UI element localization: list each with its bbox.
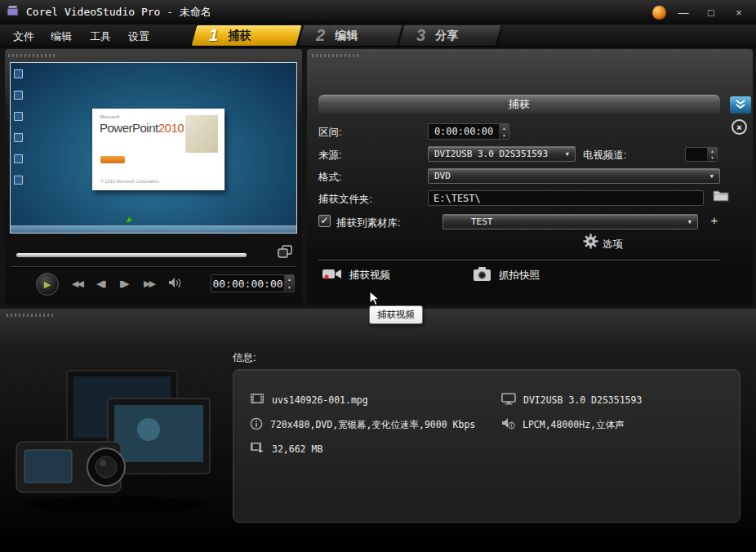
- snapshot-label: 抓拍快照: [499, 269, 540, 283]
- spin-down-icon[interactable]: ▼: [285, 283, 294, 292]
- video-camera-icon: [322, 266, 342, 284]
- tab-edit-label: 编辑: [335, 29, 358, 43]
- format-value: DVD: [434, 171, 451, 181]
- scrub-bar[interactable]: [16, 253, 247, 257]
- capture-to-library-checkbox[interactable]: ✓: [318, 215, 331, 227]
- minimize-button[interactable]: —: [673, 4, 694, 20]
- desktop-icon: [14, 69, 23, 78]
- powerpoint-brand-text: Microsoft: [100, 114, 119, 119]
- capture-to-library-label: 捕获到素材库:: [336, 216, 400, 230]
- info-file-size-row: 32,662 MB: [250, 442, 322, 456]
- duration-field[interactable]: 0:00:00:00 ▲ ▼: [428, 123, 509, 140]
- titlebar: Corel VideoStudio Pro - 未命名 — □ ×: [0, 0, 756, 24]
- app-window: Corel VideoStudio Pro - 未命名 — □ × 文件 编辑 …: [0, 0, 756, 552]
- tab-share-inner: 3 分享: [402, 25, 498, 46]
- add-library-folder-button[interactable]: +: [707, 212, 722, 227]
- preview-timecode-value: 00:00:00:00: [211, 275, 284, 292]
- source-dropdown[interactable]: DVI2USB 3.0 D2S351593 ▼: [428, 146, 576, 162]
- menu-item-file[interactable]: 文件: [13, 29, 34, 44]
- menu-item-settings[interactable]: 设置: [128, 29, 149, 44]
- info-panel: 信息: uvs140926-001.mpg: [0, 309, 756, 552]
- powerpoint-logo-bar: [100, 156, 125, 163]
- info-device: DVI2USB 3.0 D2S351593: [523, 394, 642, 406]
- monitor-icon: [501, 393, 516, 407]
- spin-down-icon[interactable]: ▼: [708, 154, 717, 161]
- close-capture-option-button[interactable]: ×: [732, 119, 747, 135]
- tv-channel-label: 电视频道:: [583, 149, 626, 162]
- volume-icon[interactable]: [168, 277, 182, 292]
- info-title: 信息:: [233, 351, 256, 365]
- preview-panel-drag-handle[interactable]: [8, 54, 56, 57]
- capture-panel-drag-handle[interactable]: [312, 54, 359, 57]
- tab-edit-number: 2: [316, 26, 325, 45]
- photo-camera-icon: [473, 266, 491, 284]
- double-chevron-down-icon: [735, 98, 746, 113]
- desktop-icon: [14, 176, 23, 185]
- play-button[interactable]: ▶: [36, 273, 59, 296]
- powerpoint-copyright-text: © 2010 Microsoft Corporation.: [100, 179, 160, 184]
- capture-folder-input[interactable]: E:\TEST\: [428, 190, 704, 206]
- library-value: TEST: [471, 216, 493, 227]
- desktop-icon: [14, 133, 23, 142]
- capture-panel: 捕获 × 区间: 0:00:00:00 ▲ ▼ 来源: DVI2USB 3.0 …: [307, 49, 753, 305]
- tab-edit-inner: 2 编辑: [301, 25, 399, 46]
- window-title: Corel VideoStudio Pro - 未命名: [26, 5, 211, 20]
- preview-timecode-stepper[interactable]: ▲ ▼: [284, 275, 294, 292]
- tab-share[interactable]: 3 分享: [399, 25, 501, 46]
- collapse-panel-button[interactable]: [730, 96, 751, 114]
- options-label[interactable]: 选项: [603, 238, 623, 252]
- tv-channel-field[interactable]: ▲ ▼: [685, 147, 718, 162]
- info-filename-row: uvs140926-001.mpg: [250, 393, 368, 407]
- spin-down-icon[interactable]: ▼: [500, 131, 509, 139]
- file-size-icon: [250, 442, 265, 456]
- captured-taskbar: [11, 225, 296, 233]
- menu-item-tools[interactable]: 工具: [90, 29, 111, 44]
- maximize-button[interactable]: □: [700, 4, 722, 20]
- fast-forward-button[interactable]: ▶▶: [144, 278, 154, 289]
- spin-up-icon[interactable]: ▲: [500, 124, 509, 131]
- info-device-row: DVI2USB 3.0 D2S351593: [501, 393, 642, 407]
- capture-video-button[interactable]: 捕获视频: [322, 266, 390, 284]
- previous-frame-button[interactable]: ◀▮: [96, 278, 105, 289]
- format-dropdown[interactable]: DVD ▼: [428, 168, 720, 184]
- library-dropdown[interactable]: TEST ▼: [442, 214, 698, 229]
- capture-folder-value: E:\TEST\: [429, 191, 703, 205]
- info-audio-format-row: LPCM,48000Hz,立体声: [501, 417, 625, 432]
- next-frame-button[interactable]: ▮▶: [119, 278, 128, 289]
- tv-channel-stepper[interactable]: ▲ ▼: [707, 148, 717, 161]
- preview-panel: Microsoft PowerPoint2010 © 2010 Microsof…: [5, 49, 302, 305]
- tv-channel-value: [686, 148, 707, 161]
- powerpoint-splash-image: [185, 115, 218, 153]
- duration-value: 0:00:00:00: [429, 124, 499, 139]
- duplicate-frame-icon[interactable]: [278, 245, 293, 262]
- powerpoint-title-text: PowerPoint2010: [100, 121, 184, 135]
- source-value: DVI2USB 3.0 D2S351593: [434, 149, 548, 159]
- powerpoint-splash-window: Microsoft PowerPoint2010 © 2010 Microsof…: [92, 109, 225, 190]
- browse-folder-icon[interactable]: [713, 189, 729, 205]
- chevron-down-icon: ▼: [566, 151, 569, 158]
- rewind-button[interactable]: ◀◀: [72, 278, 82, 289]
- capture-header: 捕获: [318, 95, 720, 114]
- info-audio-format: LPCM,48000Hz,立体声: [523, 419, 625, 431]
- info-panel-drag-handle[interactable]: [7, 314, 54, 317]
- info-file-size: 32,662 MB: [272, 443, 322, 455]
- footer-bar: [0, 539, 756, 552]
- gear-icon[interactable]: [583, 234, 598, 252]
- spin-up-icon[interactable]: ▲: [285, 275, 294, 283]
- tab-capture[interactable]: 1 捕获: [192, 25, 302, 46]
- preview-timecode: 00:00:00:00 ▲ ▼: [211, 274, 295, 292]
- corel-ball-logo: [652, 6, 666, 20]
- duration-stepper[interactable]: ▲ ▼: [499, 124, 509, 139]
- snapshot-button[interactable]: 抓拍快照: [473, 266, 540, 284]
- desktop-icon: [14, 154, 23, 163]
- controls-divider: [10, 266, 297, 267]
- spin-up-icon[interactable]: ▲: [708, 148, 717, 154]
- menu-item-edit[interactable]: 编辑: [51, 29, 72, 44]
- tab-capture-number: 1: [209, 26, 218, 45]
- info-video-format-row: 720x480,DVD,宽银幕,变化位速率,9000 Kbps: [250, 417, 475, 433]
- mouse-cursor: [369, 291, 380, 309]
- close-button[interactable]: ×: [728, 4, 749, 20]
- info-filename: uvs140926-001.mpg: [272, 394, 368, 406]
- chevron-down-icon: ▼: [688, 219, 692, 225]
- tab-edit[interactable]: 2 编辑: [299, 25, 402, 46]
